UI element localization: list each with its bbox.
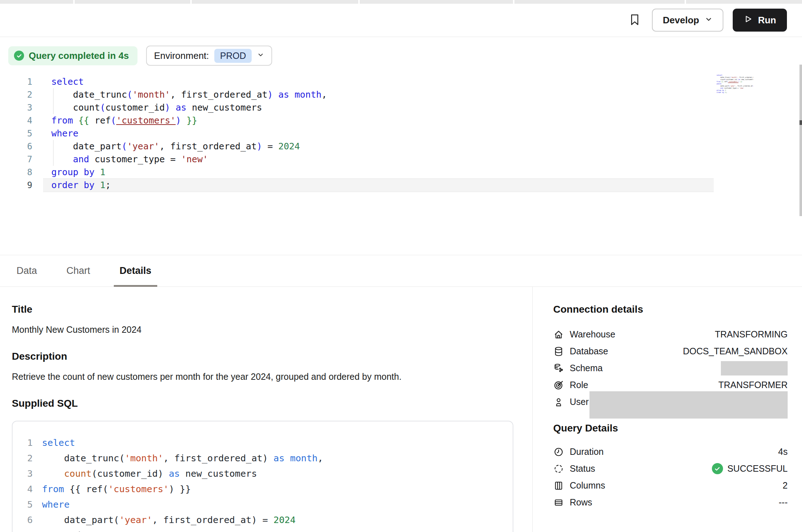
code-line-6[interactable]: 6 date_part('year', first_ordered_at) = … <box>0 140 802 153</box>
code-line-5[interactable]: 5where <box>0 127 802 140</box>
code-text: from {{ ref('customers') }} <box>42 481 191 497</box>
details-side-column: Connection details WarehouseTRANSFORMING… <box>532 287 802 532</box>
columns-label: Columns <box>570 480 783 491</box>
duration-label: Duration <box>570 447 778 457</box>
develop-dropdown[interactable]: Develop <box>652 9 723 32</box>
role-icon <box>553 380 564 391</box>
database-icon <box>553 346 564 357</box>
editor-minimap[interactable]: 1select2 date_trunc('month', first_order… <box>716 74 753 96</box>
editor-section: Develop Run Query completed in 4s <box>0 4 802 255</box>
line-number: 8 <box>0 166 43 179</box>
editor-scrollbar[interactable] <box>799 65 802 216</box>
tab-data[interactable]: Data <box>11 255 43 286</box>
environment-value-chip: PROD <box>214 49 252 63</box>
toolbar: Develop Run <box>0 4 802 37</box>
details-main-column: Title Monthly New Customers in 2024 Desc… <box>0 287 532 532</box>
warehouse-row: WarehouseTRANSFORMING <box>553 326 788 343</box>
sql-editor[interactable]: 1select2 date_trunc('month', first_order… <box>0 75 802 192</box>
line-number: 6 <box>23 512 33 528</box>
status-label: Status <box>570 463 712 474</box>
redacted-value <box>721 361 788 375</box>
rows-icon <box>553 497 564 508</box>
run-label: Run <box>758 15 776 26</box>
code-text: date_part('year', first_ordered_at) = 20… <box>43 140 714 153</box>
warehouse-value: TRANSFORMING <box>715 329 788 340</box>
tab-divider <box>358 0 360 4</box>
warehouse-icon <box>553 329 564 340</box>
code-text: where <box>43 127 714 140</box>
code-text: date_trunc('month', first_ordered_at) as… <box>42 451 323 466</box>
line-number: 6 <box>0 140 43 153</box>
bookmark-icon <box>628 12 642 28</box>
line-number: 9 <box>0 179 43 192</box>
line-number: 4 <box>23 481 33 497</box>
bookmark-button[interactable] <box>627 12 643 28</box>
role-value: TRANSFORMER <box>718 380 788 390</box>
user-value <box>589 396 788 408</box>
code-line-1: 1select <box>23 435 513 451</box>
code-line-3[interactable]: 3 count(customer_id) as new_customers <box>0 101 802 114</box>
description-value: Retrieve the count of new customers per … <box>12 372 514 382</box>
supplied-sql-block: 1select2 date_trunc('month', first_order… <box>12 421 513 532</box>
code-text: group by 1 <box>43 166 714 179</box>
code-line-2[interactable]: 2 date_trunc('month', first_ordered_at) … <box>0 88 802 101</box>
columns-value: 2 <box>783 480 788 491</box>
scrollbar-thumb[interactable] <box>799 120 802 125</box>
supplied-sql-heading: Supplied SQL <box>12 398 514 409</box>
code-line-7: 7 and customer_type = 'new' <box>23 528 513 532</box>
code-line-9[interactable]: 9order by 1; <box>0 179 802 192</box>
code-text: and customer_type = 'new' <box>43 153 714 166</box>
user-label: User <box>570 397 589 407</box>
user-row: User <box>553 393 788 410</box>
code-text: and customer_type = 'new' <box>42 528 202 532</box>
rows-row: Rows--- <box>553 494 788 511</box>
code-text: order by 1; <box>716 92 753 94</box>
query-status-text: Query completed in 4s <box>29 50 129 61</box>
schema-row: Schema <box>553 360 788 377</box>
code-line-5: 5where <box>23 497 513 512</box>
code-line-3: 3 count(customer_id) as new_customers <box>23 466 513 481</box>
line-number: 1 <box>23 435 33 451</box>
description-heading: Description <box>12 351 514 362</box>
status-row: StatusSUCCESSFUL <box>553 460 788 477</box>
schema-label: Schema <box>570 363 721 373</box>
database-value: DOCS_TEAM_SANDBOX <box>683 346 788 356</box>
play-icon <box>743 14 753 26</box>
code-line-2: 2 date_trunc('month', first_ordered_at) … <box>23 451 513 466</box>
app-window: Develop Run Query completed in 4s <box>0 0 802 532</box>
chevron-down-icon <box>257 51 264 60</box>
code-line-9: 9order by 1; <box>716 92 753 94</box>
user-icon <box>553 397 564 407</box>
environment-selector[interactable]: Environment: PROD <box>146 46 272 66</box>
run-button[interactable]: Run <box>733 9 787 32</box>
code-line-1[interactable]: 1select <box>0 75 802 88</box>
code-text: from {{ ref('customers') }} <box>43 114 714 127</box>
redacted-value <box>589 391 788 419</box>
columns-row: Columns2 <box>553 477 788 494</box>
line-number: 1 <box>0 75 43 88</box>
top-tab-strip <box>0 0 802 4</box>
role-label: Role <box>570 380 718 390</box>
line-number: 3 <box>23 466 33 481</box>
tab-divider <box>73 0 75 4</box>
code-text: order by 1; <box>43 179 714 192</box>
code-line-7[interactable]: 7 and customer_type = 'new' <box>0 153 802 166</box>
check-circle-icon <box>14 51 24 61</box>
tab-divider <box>685 0 686 4</box>
line-number: 3 <box>0 101 43 114</box>
line-number: 4 <box>0 114 43 127</box>
tab-chart[interactable]: Chart <box>61 255 96 286</box>
line-number: 7 <box>0 153 43 166</box>
tab-details[interactable]: Details <box>114 255 157 286</box>
connection-details-heading: Connection details <box>553 304 788 315</box>
success-check-icon <box>712 463 723 474</box>
status-row: Query completed in 4s Environment: PROD <box>8 46 802 66</box>
develop-label: Develop <box>663 15 699 26</box>
code-text: count(customer_id) as new_customers <box>42 466 257 481</box>
line-number: 7 <box>23 528 33 532</box>
code-line-8[interactable]: 8group by 1 <box>0 166 802 179</box>
database-row: DatabaseDOCS_TEAM_SANDBOX <box>553 343 788 360</box>
code-line-4[interactable]: 4from {{ ref('customers') }} <box>0 114 802 127</box>
environment-label: Environment: <box>154 50 209 61</box>
tab-divider <box>190 0 192 4</box>
